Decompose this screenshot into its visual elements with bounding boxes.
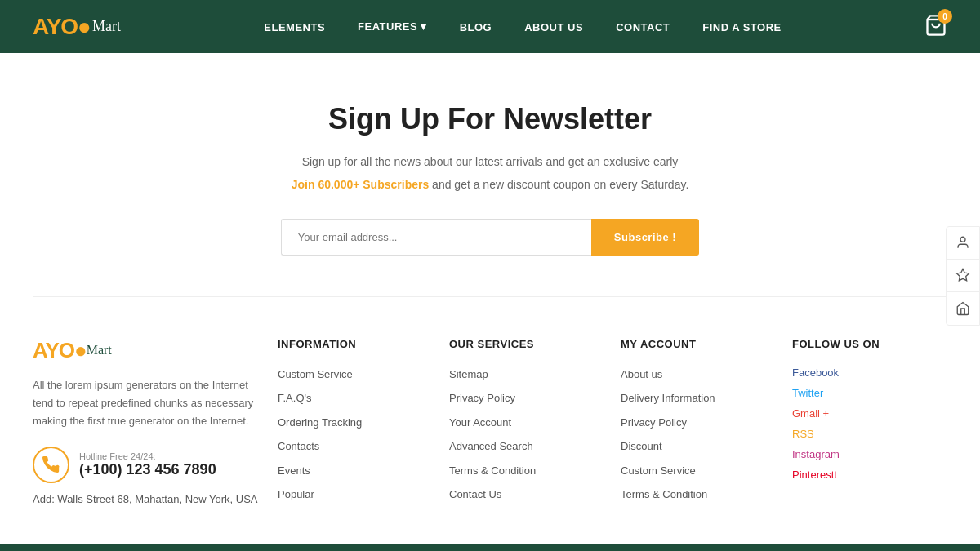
svc-link-3[interactable]: Advanced Search xyxy=(449,440,533,452)
nav-blog[interactable]: BLOG xyxy=(460,21,492,33)
footer-information: INFORMATION Custom Service F.A.Q's Order… xyxy=(278,338,433,511)
newsletter-title: Sign Up For Newsletter xyxy=(33,102,947,136)
list-item: Your Account xyxy=(449,415,604,431)
info-link-4[interactable]: Events xyxy=(278,464,310,477)
newsletter-desc1: Sign up for all the news about our lates… xyxy=(33,153,947,171)
phone-icon xyxy=(42,456,60,474)
list-item: Terms & Condition xyxy=(621,487,776,503)
newsletter-highlight: Join 60.000+ Subscribers xyxy=(292,178,429,191)
information-links: Custom Service F.A.Q's Ordering Tracking… xyxy=(278,367,433,503)
footer-logo[interactable]: AYO● Mart xyxy=(33,338,261,363)
chevron-down-icon: ▾ xyxy=(421,20,427,33)
star-icon xyxy=(956,268,970,282)
home-icon xyxy=(956,301,970,316)
list-item: Terms & Condition xyxy=(449,463,604,479)
newsletter-desc2-text: and get a new discount coupon on every S… xyxy=(432,178,688,191)
sidebar-user-button[interactable] xyxy=(947,227,979,260)
list-item: Events xyxy=(278,463,433,479)
list-item: Delivery Information xyxy=(621,390,776,407)
info-link-2[interactable]: Ordering Tracking xyxy=(278,416,362,429)
our-services-heading: OUR SERVICES xyxy=(449,338,604,350)
svc-link-4[interactable]: Terms & Condition xyxy=(449,464,536,477)
footer-our-services: OUR SERVICES Sitemap Privacy Policy Your… xyxy=(449,338,604,511)
follow-links: Facebook Twitter Gmail + RSS Instagram P… xyxy=(792,367,947,481)
list-item: Ordering Tracking xyxy=(278,415,433,431)
sidebar-icons xyxy=(946,226,980,326)
footer-address: Add: Walls Street 68, Mahattan, New York… xyxy=(33,493,261,505)
nav-about[interactable]: ABOUT US xyxy=(524,21,583,33)
info-link-0[interactable]: Custom Service xyxy=(278,368,353,380)
my-account-links: About us Delivery Information Privacy Po… xyxy=(621,367,776,503)
follow-us-heading: FOLLOW US ON xyxy=(792,338,947,350)
bottom-footer: Copyright © Ayo All Rights Reserved. The… xyxy=(0,544,980,551)
our-services-links: Sitemap Privacy Policy Your Account Adva… xyxy=(449,367,604,503)
list-item: Contacts xyxy=(278,438,433,455)
information-heading: INFORMATION xyxy=(278,338,433,350)
acct-link-5[interactable]: Terms & Condition xyxy=(621,488,707,500)
list-item: Privacy Policy xyxy=(449,390,604,407)
cart-button[interactable]: 0 xyxy=(924,14,947,39)
cart-badge: 0 xyxy=(938,9,952,24)
hotline-label: Hotline Free 24/24: xyxy=(79,451,216,461)
hotline-text: Hotline Free 24/24: (+100) 123 456 7890 xyxy=(79,451,216,478)
svg-point-1 xyxy=(960,237,965,242)
newsletter-desc2: Join 60.000+ Subscribers and get a new d… xyxy=(33,176,947,193)
list-item: Sitemap xyxy=(449,367,604,383)
svc-link-0[interactable]: Sitemap xyxy=(449,368,488,380)
svc-link-5[interactable]: Contact Us xyxy=(449,488,501,500)
nav-elements[interactable]: ELEMENTS xyxy=(264,21,325,33)
footer: AYO● Mart All the lorem ipsum generators… xyxy=(0,297,980,544)
logo-script: Mart xyxy=(92,18,121,35)
list-item: Advanced Search xyxy=(449,438,604,455)
svc-link-1[interactable]: Privacy Policy xyxy=(449,392,515,404)
sidebar-compare-button[interactable] xyxy=(947,292,979,325)
my-account-heading: MY ACCOUNT xyxy=(621,338,776,350)
acct-link-3[interactable]: Discount xyxy=(621,440,662,452)
social-instagram[interactable]: Instagram xyxy=(792,448,947,460)
list-item: About us xyxy=(621,367,776,383)
list-item: Custom Service xyxy=(278,367,433,383)
social-facebook[interactable]: Facebook xyxy=(792,367,947,379)
footer-my-account: MY ACCOUNT About us Delivery Information… xyxy=(621,338,776,511)
acct-link-2[interactable]: Privacy Policy xyxy=(621,416,687,429)
social-rss[interactable]: RSS xyxy=(792,428,947,440)
footer-logo-text: AYO● xyxy=(33,338,87,363)
list-item: Custom Service xyxy=(621,463,776,479)
list-item: Contact Us xyxy=(449,487,604,503)
hotline-number: (+100) 123 456 7890 xyxy=(79,461,216,478)
acct-link-4[interactable]: Custom Service xyxy=(621,464,696,477)
nav-find-store[interactable]: FIND A STORE xyxy=(702,21,782,33)
list-item: Discount xyxy=(621,438,776,455)
logo-text: AYO● xyxy=(33,14,91,40)
user-icon xyxy=(956,235,970,250)
nav-contact[interactable]: CONTACT xyxy=(616,21,670,33)
nav-features[interactable]: FEATURES ▾ xyxy=(358,20,427,33)
info-link-3[interactable]: Contacts xyxy=(278,440,319,452)
footer-brand: AYO● Mart All the lorem ipsum generators… xyxy=(33,338,261,511)
info-link-5[interactable]: Popular xyxy=(278,488,314,500)
list-item: Privacy Policy xyxy=(621,415,776,431)
navbar: AYO● Mart ELEMENTS FEATURES ▾ BLOG ABOUT… xyxy=(0,0,980,53)
newsletter-form: Subscribe ! xyxy=(33,219,947,256)
newsletter-section: Sign Up For Newsletter Sign up for all t… xyxy=(0,53,980,296)
footer-logo-script: Mart xyxy=(87,343,112,358)
svc-link-2[interactable]: Your Account xyxy=(449,416,511,429)
social-twitter[interactable]: Twitter xyxy=(792,387,947,399)
acct-link-1[interactable]: Delivery Information xyxy=(621,392,715,404)
footer-brand-desc: All the lorem ipsum generators on the In… xyxy=(33,376,261,430)
newsletter-email-input[interactable] xyxy=(281,219,591,256)
phone-icon-circle xyxy=(33,447,69,483)
info-link-1[interactable]: F.A.Q's xyxy=(278,392,312,404)
footer-follow-us: FOLLOW US ON Facebook Twitter Gmail + RS… xyxy=(792,338,947,511)
acct-link-0[interactable]: About us xyxy=(621,368,662,380)
subscribe-button[interactable]: Subscribe ! xyxy=(591,219,699,256)
hotline: Hotline Free 24/24: (+100) 123 456 7890 xyxy=(33,447,261,483)
sidebar-wishlist-button[interactable] xyxy=(947,260,979,292)
svg-marker-2 xyxy=(957,269,969,281)
social-pinterest[interactable]: Pinterestt xyxy=(792,469,947,481)
list-item: F.A.Q's xyxy=(278,390,433,407)
social-gmail[interactable]: Gmail + xyxy=(792,407,947,420)
nav-links: ELEMENTS FEATURES ▾ BLOG ABOUT US CONTAC… xyxy=(264,20,781,33)
logo[interactable]: AYO● Mart xyxy=(33,14,121,40)
list-item: Popular xyxy=(278,487,433,503)
